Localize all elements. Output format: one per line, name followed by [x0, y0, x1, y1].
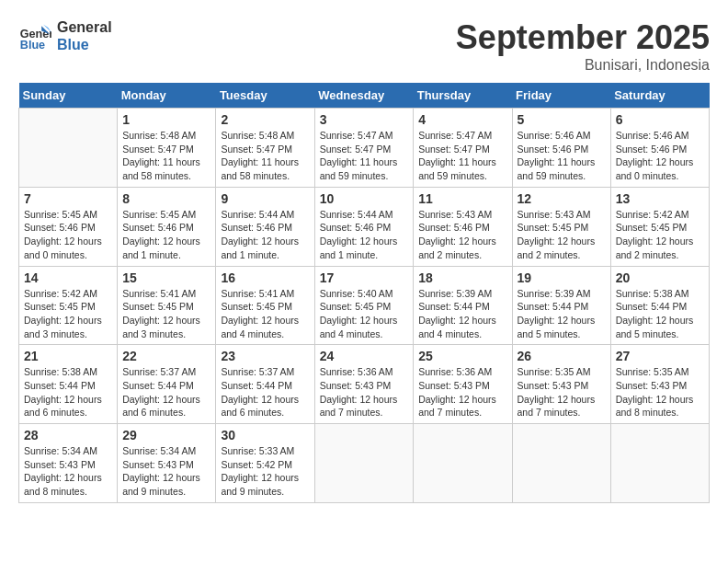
day-info: Sunrise: 5:47 AM Sunset: 5:47 PM Dayligh…	[320, 129, 409, 183]
calendar-cell: 15Sunrise: 5:41 AM Sunset: 5:45 PM Dayli…	[118, 266, 216, 345]
calendar-cell	[610, 424, 709, 503]
day-info: Sunrise: 5:46 AM Sunset: 5:46 PM Dayligh…	[616, 129, 704, 183]
day-info: Sunrise: 5:44 AM Sunset: 5:46 PM Dayligh…	[320, 208, 409, 262]
day-info: Sunrise: 5:46 AM Sunset: 5:46 PM Dayligh…	[518, 129, 606, 183]
logo-blue: Blue	[57, 36, 112, 53]
calendar-cell: 16Sunrise: 5:41 AM Sunset: 5:45 PM Dayli…	[216, 266, 314, 345]
day-info: Sunrise: 5:48 AM Sunset: 5:47 PM Dayligh…	[122, 129, 210, 183]
calendar-cell: 3Sunrise: 5:47 AM Sunset: 5:47 PM Daylig…	[314, 109, 414, 188]
location: Bunisari, Indonesia	[456, 57, 710, 74]
header-sunday: Sunday	[19, 83, 118, 109]
day-number: 28	[24, 428, 112, 442]
day-number: 11	[418, 191, 506, 206]
calendar-cell: 28Sunrise: 5:34 AM Sunset: 5:43 PM Dayli…	[19, 424, 118, 503]
calendar-cell: 5Sunrise: 5:46 AM Sunset: 5:46 PM Daylig…	[512, 109, 610, 188]
day-info: Sunrise: 5:44 AM Sunset: 5:46 PM Dayligh…	[221, 208, 309, 262]
day-number: 26	[518, 349, 606, 363]
calendar-cell: 12Sunrise: 5:43 AM Sunset: 5:45 PM Dayli…	[512, 187, 610, 266]
day-info: Sunrise: 5:34 AM Sunset: 5:43 PM Dayligh…	[122, 444, 210, 499]
day-info: Sunrise: 5:42 AM Sunset: 5:45 PM Dayligh…	[24, 287, 112, 341]
week-row-1: 7Sunrise: 5:45 AM Sunset: 5:46 PM Daylig…	[19, 187, 710, 266]
calendar-cell: 9Sunrise: 5:44 AM Sunset: 5:46 PM Daylig…	[216, 187, 314, 266]
day-number: 14	[24, 270, 112, 285]
calendar-cell	[314, 424, 414, 503]
month-title: September 2025	[456, 18, 710, 57]
calendar-cell: 7Sunrise: 5:45 AM Sunset: 5:46 PM Daylig…	[19, 187, 118, 266]
day-number: 15	[122, 270, 210, 285]
header-monday: Monday	[118, 83, 216, 109]
calendar-cell: 29Sunrise: 5:34 AM Sunset: 5:43 PM Dayli…	[118, 424, 216, 503]
day-number: 3	[320, 112, 409, 127]
day-info: Sunrise: 5:41 AM Sunset: 5:45 PM Dayligh…	[221, 287, 309, 341]
calendar-cell: 21Sunrise: 5:38 AM Sunset: 5:44 PM Dayli…	[19, 345, 118, 424]
header-wednesday: Wednesday	[314, 83, 414, 109]
header-saturday: Saturday	[610, 83, 709, 109]
day-info: Sunrise: 5:47 AM Sunset: 5:47 PM Dayligh…	[418, 129, 506, 183]
day-number: 9	[221, 191, 309, 206]
day-info: Sunrise: 5:39 AM Sunset: 5:44 PM Dayligh…	[518, 287, 606, 341]
day-info: Sunrise: 5:48 AM Sunset: 5:47 PM Dayligh…	[221, 129, 309, 183]
week-row-2: 14Sunrise: 5:42 AM Sunset: 5:45 PM Dayli…	[19, 266, 710, 345]
calendar-cell: 26Sunrise: 5:35 AM Sunset: 5:43 PM Dayli…	[512, 345, 610, 424]
calendar-cell: 10Sunrise: 5:44 AM Sunset: 5:46 PM Dayli…	[314, 187, 414, 266]
day-number: 20	[616, 270, 704, 285]
svg-text:Blue: Blue	[20, 40, 45, 52]
calendar-cell: 18Sunrise: 5:39 AM Sunset: 5:44 PM Dayli…	[414, 266, 512, 345]
logo: General Blue General Blue	[18, 18, 112, 53]
day-info: Sunrise: 5:34 AM Sunset: 5:43 PM Dayligh…	[24, 444, 112, 499]
week-row-3: 21Sunrise: 5:38 AM Sunset: 5:44 PM Dayli…	[19, 345, 710, 424]
calendar-cell: 1Sunrise: 5:48 AM Sunset: 5:47 PM Daylig…	[118, 109, 216, 188]
day-number: 17	[320, 270, 409, 285]
day-number: 10	[320, 191, 409, 206]
calendar-cell	[414, 424, 512, 503]
day-info: Sunrise: 5:43 AM Sunset: 5:45 PM Dayligh…	[518, 208, 606, 262]
day-number: 21	[24, 349, 112, 363]
day-info: Sunrise: 5:35 AM Sunset: 5:43 PM Dayligh…	[616, 365, 704, 419]
calendar-cell: 13Sunrise: 5:42 AM Sunset: 5:45 PM Dayli…	[610, 187, 709, 266]
day-info: Sunrise: 5:38 AM Sunset: 5:44 PM Dayligh…	[24, 365, 112, 419]
day-number: 16	[221, 270, 309, 285]
day-number: 1	[122, 112, 210, 127]
day-number: 7	[24, 191, 112, 206]
day-number: 19	[518, 270, 606, 285]
day-number: 30	[221, 428, 309, 442]
day-info: Sunrise: 5:45 AM Sunset: 5:46 PM Dayligh…	[122, 208, 210, 262]
calendar-cell: 11Sunrise: 5:43 AM Sunset: 5:46 PM Dayli…	[414, 187, 512, 266]
day-number: 24	[320, 349, 409, 363]
header-thursday: Thursday	[414, 83, 512, 109]
day-number: 29	[122, 428, 210, 442]
calendar-cell: 27Sunrise: 5:35 AM Sunset: 5:43 PM Dayli…	[610, 345, 709, 424]
day-info: Sunrise: 5:39 AM Sunset: 5:44 PM Dayligh…	[418, 287, 506, 341]
day-number: 12	[518, 191, 606, 206]
logo-icon: General Blue	[18, 19, 51, 52]
header-friday: Friday	[512, 83, 610, 109]
calendar-cell: 4Sunrise: 5:47 AM Sunset: 5:47 PM Daylig…	[414, 109, 512, 188]
day-number: 13	[616, 191, 704, 206]
day-info: Sunrise: 5:45 AM Sunset: 5:46 PM Dayligh…	[24, 208, 112, 262]
logo-general: General	[57, 18, 112, 36]
page-header: General Blue General Blue September 2025…	[18, 18, 710, 74]
calendar-cell: 20Sunrise: 5:38 AM Sunset: 5:44 PM Dayli…	[610, 266, 709, 345]
day-info: Sunrise: 5:41 AM Sunset: 5:45 PM Dayligh…	[122, 287, 210, 341]
header-row: SundayMondayTuesdayWednesdayThursdayFrid…	[19, 83, 710, 109]
calendar-cell: 6Sunrise: 5:46 AM Sunset: 5:46 PM Daylig…	[610, 109, 709, 188]
calendar-cell: 23Sunrise: 5:37 AM Sunset: 5:44 PM Dayli…	[216, 345, 314, 424]
day-number: 25	[418, 349, 506, 363]
calendar-cell: 25Sunrise: 5:36 AM Sunset: 5:43 PM Dayli…	[414, 345, 512, 424]
day-info: Sunrise: 5:36 AM Sunset: 5:43 PM Dayligh…	[418, 365, 506, 419]
calendar-cell	[19, 109, 118, 188]
header-tuesday: Tuesday	[216, 83, 314, 109]
week-row-4: 28Sunrise: 5:34 AM Sunset: 5:43 PM Dayli…	[19, 424, 710, 503]
calendar-cell: 2Sunrise: 5:48 AM Sunset: 5:47 PM Daylig…	[216, 109, 314, 188]
day-info: Sunrise: 5:37 AM Sunset: 5:44 PM Dayligh…	[221, 365, 309, 419]
day-number: 18	[418, 270, 506, 285]
calendar-cell: 17Sunrise: 5:40 AM Sunset: 5:45 PM Dayli…	[314, 266, 414, 345]
calendar-cell: 24Sunrise: 5:36 AM Sunset: 5:43 PM Dayli…	[314, 345, 414, 424]
day-info: Sunrise: 5:38 AM Sunset: 5:44 PM Dayligh…	[616, 287, 704, 341]
day-number: 2	[221, 112, 309, 127]
calendar-cell: 19Sunrise: 5:39 AM Sunset: 5:44 PM Dayli…	[512, 266, 610, 345]
day-number: 22	[122, 349, 210, 363]
calendar-cell: 8Sunrise: 5:45 AM Sunset: 5:46 PM Daylig…	[118, 187, 216, 266]
title-block: September 2025 Bunisari, Indonesia	[456, 18, 710, 74]
calendar-table: SundayMondayTuesdayWednesdayThursdayFrid…	[18, 83, 710, 503]
